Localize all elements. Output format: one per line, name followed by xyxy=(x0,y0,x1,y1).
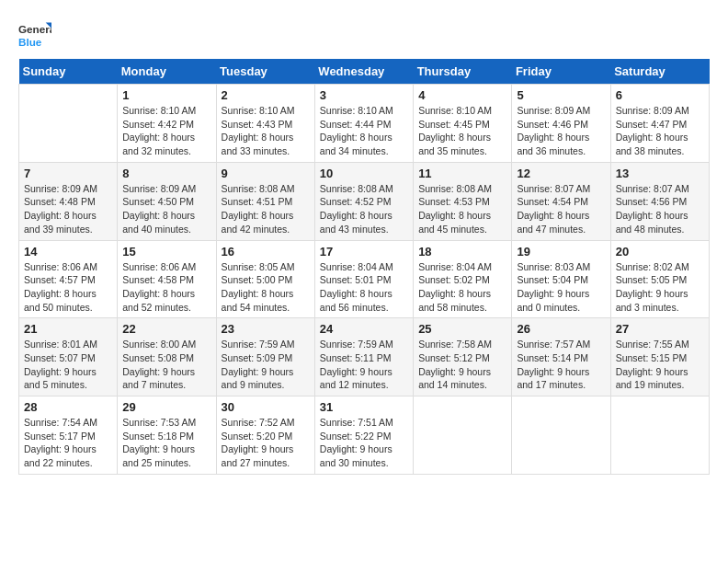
day-number: 13 xyxy=(616,167,704,180)
calendar-cell: 20Sunrise: 8:02 AM Sunset: 5:05 PM Dayli… xyxy=(610,240,709,318)
day-number: 26 xyxy=(517,322,605,336)
day-detail: Sunrise: 8:08 AM Sunset: 4:53 PM Dayligh… xyxy=(418,182,506,236)
calendar-cell: 2Sunrise: 8:10 AM Sunset: 4:43 PM Daylig… xyxy=(216,85,314,163)
calendar-cell: 25Sunrise: 7:58 AM Sunset: 5:12 PM Dayli… xyxy=(414,318,512,396)
calendar-cell xyxy=(512,396,610,475)
day-number: 17 xyxy=(320,245,408,259)
day-detail: Sunrise: 7:59 AM Sunset: 5:09 PM Dayligh… xyxy=(222,338,310,392)
day-number: 2 xyxy=(222,88,310,102)
day-detail: Sunrise: 8:06 AM Sunset: 4:57 PM Dayligh… xyxy=(24,260,112,315)
day-number: 21 xyxy=(24,322,112,336)
day-detail: Sunrise: 8:10 AM Sunset: 4:42 PM Dayligh… xyxy=(122,104,210,158)
calendar-week-row: 1Sunrise: 8:10 AM Sunset: 4:42 PM Daylig… xyxy=(19,85,710,163)
weekday-header: Sunday xyxy=(19,59,118,85)
calendar-cell: 28Sunrise: 7:54 AM Sunset: 5:17 PM Dayli… xyxy=(19,396,118,475)
logo-icon: GeneralBlue xyxy=(18,18,51,52)
day-number: 14 xyxy=(24,245,112,259)
calendar-cell: 8Sunrise: 8:09 AM Sunset: 4:50 PM Daylig… xyxy=(118,162,216,240)
weekday-header: Saturday xyxy=(610,59,709,85)
day-detail: Sunrise: 8:01 AM Sunset: 5:07 PM Dayligh… xyxy=(24,338,112,392)
day-detail: Sunrise: 8:08 AM Sunset: 4:51 PM Dayligh… xyxy=(222,182,310,236)
day-number: 5 xyxy=(517,88,605,102)
calendar-cell: 4Sunrise: 8:10 AM Sunset: 4:45 PM Daylig… xyxy=(414,85,512,163)
calendar-cell: 14Sunrise: 8:06 AM Sunset: 4:57 PM Dayli… xyxy=(19,240,118,318)
calendar-cell: 1Sunrise: 8:10 AM Sunset: 4:42 PM Daylig… xyxy=(118,85,216,163)
calendar-cell: 17Sunrise: 8:04 AM Sunset: 5:01 PM Dayli… xyxy=(314,240,413,318)
day-detail: Sunrise: 8:09 AM Sunset: 4:46 PM Dayligh… xyxy=(517,104,605,158)
day-detail: Sunrise: 8:00 AM Sunset: 5:08 PM Dayligh… xyxy=(122,338,210,392)
day-number: 18 xyxy=(418,245,506,259)
day-detail: Sunrise: 7:52 AM Sunset: 5:20 PM Dayligh… xyxy=(222,416,310,470)
calendar-cell: 3Sunrise: 8:10 AM Sunset: 4:44 PM Daylig… xyxy=(314,85,413,163)
day-detail: Sunrise: 7:57 AM Sunset: 5:14 PM Dayligh… xyxy=(517,338,605,392)
day-detail: Sunrise: 8:04 AM Sunset: 5:01 PM Dayligh… xyxy=(320,260,408,315)
day-number: 15 xyxy=(122,245,210,259)
day-number: 19 xyxy=(517,245,605,259)
calendar-cell: 23Sunrise: 7:59 AM Sunset: 5:09 PM Dayli… xyxy=(216,318,314,396)
calendar-cell: 13Sunrise: 8:07 AM Sunset: 4:56 PM Dayli… xyxy=(610,162,709,240)
weekday-header: Tuesday xyxy=(216,59,314,85)
day-number: 30 xyxy=(222,400,310,414)
day-detail: Sunrise: 8:09 AM Sunset: 4:50 PM Dayligh… xyxy=(122,182,210,236)
day-number: 27 xyxy=(616,322,704,336)
weekday-header-row: SundayMondayTuesdayWednesdayThursdayFrid… xyxy=(19,59,710,85)
day-detail: Sunrise: 8:08 AM Sunset: 4:52 PM Dayligh… xyxy=(320,182,408,236)
day-number: 29 xyxy=(122,400,210,414)
day-number: 7 xyxy=(24,167,112,180)
weekday-header: Wednesday xyxy=(314,59,413,85)
day-detail: Sunrise: 8:10 AM Sunset: 4:44 PM Dayligh… xyxy=(320,104,408,158)
page-header: GeneralBlue xyxy=(18,18,710,52)
calendar-cell: 27Sunrise: 7:55 AM Sunset: 5:15 PM Dayli… xyxy=(610,318,709,396)
weekday-header: Thursday xyxy=(414,59,512,85)
day-detail: Sunrise: 7:55 AM Sunset: 5:15 PM Dayligh… xyxy=(616,338,704,392)
svg-text:Blue: Blue xyxy=(18,36,42,48)
day-number: 12 xyxy=(517,167,605,180)
day-detail: Sunrise: 8:06 AM Sunset: 4:58 PM Dayligh… xyxy=(122,260,210,315)
day-detail: Sunrise: 7:59 AM Sunset: 5:11 PM Dayligh… xyxy=(320,338,408,392)
day-number: 23 xyxy=(222,322,310,336)
calendar-week-row: 21Sunrise: 8:01 AM Sunset: 5:07 PM Dayli… xyxy=(19,318,710,396)
day-number: 1 xyxy=(122,88,210,102)
day-number: 4 xyxy=(418,88,506,102)
calendar-cell xyxy=(414,396,512,475)
day-detail: Sunrise: 8:05 AM Sunset: 5:00 PM Dayligh… xyxy=(222,260,310,315)
day-number: 31 xyxy=(320,400,408,414)
day-detail: Sunrise: 8:07 AM Sunset: 4:56 PM Dayligh… xyxy=(616,182,704,236)
day-number: 3 xyxy=(320,88,408,102)
calendar-week-row: 14Sunrise: 8:06 AM Sunset: 4:57 PM Dayli… xyxy=(19,240,710,318)
calendar-cell: 11Sunrise: 8:08 AM Sunset: 4:53 PM Dayli… xyxy=(414,162,512,240)
calendar-week-row: 7Sunrise: 8:09 AM Sunset: 4:48 PM Daylig… xyxy=(19,162,710,240)
calendar-cell: 24Sunrise: 7:59 AM Sunset: 5:11 PM Dayli… xyxy=(314,318,413,396)
day-number: 8 xyxy=(122,167,210,180)
calendar-cell: 22Sunrise: 8:00 AM Sunset: 5:08 PM Dayli… xyxy=(118,318,216,396)
day-detail: Sunrise: 7:58 AM Sunset: 5:12 PM Dayligh… xyxy=(418,338,506,392)
day-number: 25 xyxy=(418,322,506,336)
day-number: 9 xyxy=(222,167,310,180)
day-number: 16 xyxy=(222,245,310,259)
weekday-header: Monday xyxy=(118,59,216,85)
day-detail: Sunrise: 8:09 AM Sunset: 4:47 PM Dayligh… xyxy=(616,104,704,158)
calendar-cell: 12Sunrise: 8:07 AM Sunset: 4:54 PM Dayli… xyxy=(512,162,610,240)
calendar-cell: 31Sunrise: 7:51 AM Sunset: 5:22 PM Dayli… xyxy=(314,396,413,475)
day-detail: Sunrise: 8:10 AM Sunset: 4:45 PM Dayligh… xyxy=(418,104,506,158)
day-number: 6 xyxy=(616,88,704,102)
calendar-cell: 26Sunrise: 7:57 AM Sunset: 5:14 PM Dayli… xyxy=(512,318,610,396)
calendar-cell: 29Sunrise: 7:53 AM Sunset: 5:18 PM Dayli… xyxy=(118,396,216,475)
day-detail: Sunrise: 8:10 AM Sunset: 4:43 PM Dayligh… xyxy=(222,104,310,158)
day-detail: Sunrise: 8:07 AM Sunset: 4:54 PM Dayligh… xyxy=(517,182,605,236)
day-detail: Sunrise: 8:02 AM Sunset: 5:05 PM Dayligh… xyxy=(616,260,704,315)
calendar-cell: 10Sunrise: 8:08 AM Sunset: 4:52 PM Dayli… xyxy=(314,162,413,240)
calendar-cell: 6Sunrise: 8:09 AM Sunset: 4:47 PM Daylig… xyxy=(610,85,709,163)
day-detail: Sunrise: 8:09 AM Sunset: 4:48 PM Dayligh… xyxy=(24,182,112,236)
calendar-table: SundayMondayTuesdayWednesdayThursdayFrid… xyxy=(18,59,710,475)
calendar-cell: 9Sunrise: 8:08 AM Sunset: 4:51 PM Daylig… xyxy=(216,162,314,240)
calendar-cell xyxy=(19,85,118,163)
day-detail: Sunrise: 8:03 AM Sunset: 5:04 PM Dayligh… xyxy=(517,260,605,315)
calendar-week-row: 28Sunrise: 7:54 AM Sunset: 5:17 PM Dayli… xyxy=(19,396,710,475)
day-number: 22 xyxy=(122,322,210,336)
calendar-cell: 15Sunrise: 8:06 AM Sunset: 4:58 PM Dayli… xyxy=(118,240,216,318)
calendar-cell: 21Sunrise: 8:01 AM Sunset: 5:07 PM Dayli… xyxy=(19,318,118,396)
calendar-cell xyxy=(610,396,709,475)
day-number: 10 xyxy=(320,167,408,180)
calendar-cell: 19Sunrise: 8:03 AM Sunset: 5:04 PM Dayli… xyxy=(512,240,610,318)
